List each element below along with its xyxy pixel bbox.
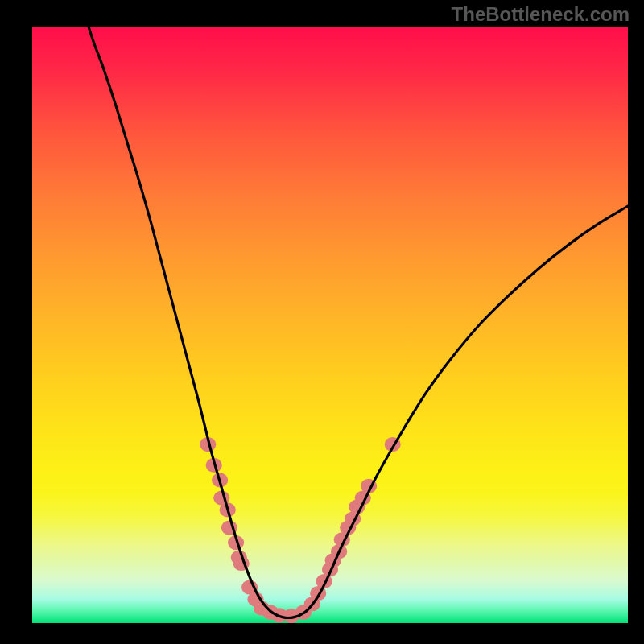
curve-svg: [32, 27, 628, 623]
data-markers: [200, 437, 401, 623]
plot-area: [32, 27, 628, 623]
watermark-text: TheBottleneck.com: [452, 3, 630, 26]
bottleneck-curve: [89, 27, 628, 618]
